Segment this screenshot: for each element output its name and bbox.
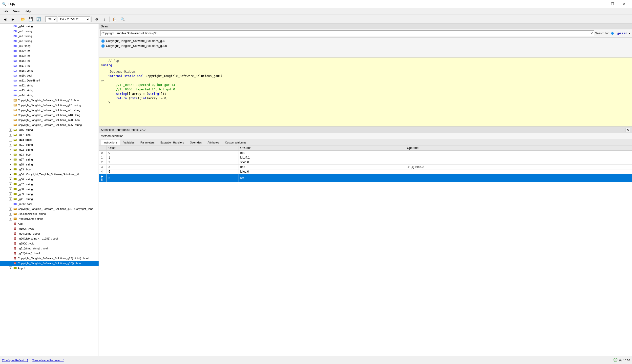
tree-item[interactable]: _m9 : long — [0, 44, 99, 48]
back-button[interactable]: ◀ — [2, 16, 9, 23]
tree-item[interactable]: + AppUI — [0, 266, 99, 271]
refresh-button[interactable]: 🔄 — [35, 16, 42, 23]
table-row[interactable]: 2 2 stloc.0 — [99, 160, 632, 165]
tree-item[interactable]: + _g16 : string — [0, 128, 99, 132]
tree-item[interactable]: _m8 : string — [0, 38, 99, 44]
version-select[interactable]: C# 7.2 / VS 20 C# 6.0 — [58, 16, 90, 22]
reflexil-close-button[interactable]: ✕ — [625, 128, 630, 132]
tree-item[interactable]: Copyright_Tangible_Software_Solutions_g1… — [0, 98, 99, 103]
expand-button[interactable]: + — [9, 192, 12, 196]
search-result-2[interactable]: 🔷 Copyright_Tangible_Software_Solutions_… — [99, 44, 632, 48]
tree-item[interactable]: m Copyright_Tangible_Software_Solutions_… — [0, 256, 99, 261]
minimize-button[interactable]: − — [595, 0, 606, 8]
expand-button[interactable]: + — [9, 163, 12, 166]
tree-item[interactable]: − _g18 : bool — [0, 137, 99, 142]
tree-item[interactable]: _m23 : string — [0, 88, 99, 93]
expand-button[interactable]: + — [9, 182, 12, 186]
table-row[interactable]: 0 0 nop — [99, 151, 632, 155]
tree-item[interactable]: + _g23 : bool — [0, 152, 99, 157]
search-for-dropdown[interactable]: ▼ — [628, 32, 630, 35]
tree-item[interactable]: m _g24(string) : bool — [0, 231, 99, 236]
tree-item-selected[interactable]: m Copyright_Tangible_Software_Solutions_… — [0, 261, 99, 266]
tab-overrides[interactable]: Overrides — [187, 140, 205, 145]
tree-item[interactable]: _m21 : DateTime? — [0, 78, 99, 83]
tab-exception-handlers[interactable]: Exception Handlers — [158, 140, 187, 145]
tree-item[interactable]: + _g34 : Copyright_Tangible_Software_Sol… — [0, 172, 99, 177]
search-button[interactable]: 🔍 — [119, 16, 126, 23]
save-button[interactable]: 💾 — [28, 16, 34, 23]
tree-item[interactable]: + _g36 : string — [0, 177, 99, 182]
search-result-1[interactable]: 🔷 Copyright_Tangible_Software_Solutions_… — [99, 38, 632, 44]
tree-item[interactable]: + ExecutablePath : string — [0, 212, 99, 216]
expand-button[interactable]: + — [9, 128, 12, 132]
tree-item[interactable]: _m6 : string — [0, 29, 99, 34]
using-expand[interactable]: ⊞ — [101, 63, 103, 68]
tree-item[interactable]: + _g27 : string — [0, 157, 99, 162]
language-select[interactable]: C# IL — [46, 16, 57, 22]
close-button[interactable]: ✕ — [619, 0, 630, 8]
tree-item[interactable]: m _g26(List<string>, _g1281) : bool — [0, 236, 99, 241]
tree-item[interactable]: + _g41 : string — [0, 196, 99, 202]
menu-file[interactable]: File — [1, 9, 11, 14]
expand-button[interactable]: + — [9, 133, 12, 136]
expand-button[interactable]: + — [9, 153, 12, 156]
menu-help[interactable]: Help — [22, 9, 33, 14]
tree-item[interactable]: + _g22 : string — [0, 147, 99, 152]
tree-item[interactable]: _m13 : int — [0, 53, 99, 58]
tab-custom-attributes[interactable]: Custom attributes — [222, 140, 249, 145]
expand-button[interactable]: + — [9, 207, 12, 211]
table-row[interactable]: 1 1 ldc.i4.1 — [99, 155, 632, 160]
tab-instructions[interactable]: Instructions — [101, 140, 120, 145]
tree-item[interactable]: Copyright_Tangible_Software_Solutions_m1… — [0, 112, 99, 118]
table-row[interactable]: 4 5 ldloc.0 — [99, 170, 632, 174]
expand-button[interactable]: + — [9, 148, 12, 152]
tree-item[interactable]: _m26 : bool — [0, 202, 99, 206]
view-button[interactable]: 📋 — [111, 16, 118, 23]
tree-item[interactable]: Copyright_Tangible_Software_Solutions_m2… — [0, 122, 99, 128]
tab-variables[interactable]: Variables — [121, 140, 137, 145]
tree-item[interactable]: + Copyright_Tangible_Software_Solutions_… — [0, 206, 99, 212]
tree-item[interactable]: + _g37 : string — [0, 182, 99, 187]
restore-button[interactable]: ❐ — [607, 0, 618, 8]
search-clear-button[interactable]: ✕ — [590, 31, 593, 35]
tree-item[interactable]: + _g39 : string — [0, 192, 99, 196]
sort-button[interactable]: ↕ — [101, 16, 108, 23]
tree-item[interactable]: + _g38 : string — [0, 187, 99, 192]
expand-button[interactable]: + — [9, 188, 12, 191]
tree-item[interactable]: _m24 : string — [0, 93, 99, 98]
tree-item[interactable]: _g14 : string — [0, 24, 99, 29]
expand-button[interactable]: + — [9, 197, 12, 201]
configure-reflexil-link[interactable]: [Configure Reflexil ...] — [2, 359, 28, 362]
expand-button[interactable]: + — [9, 143, 12, 146]
tree-item[interactable]: _m7 : string — [0, 34, 99, 38]
tree-item[interactable]: + ProductName : string — [0, 216, 99, 221]
strong-name-remover-link[interactable]: [Strong Name Remover ...] — [32, 359, 64, 362]
tab-attributes[interactable]: Attributes — [205, 140, 222, 145]
tree-item[interactable]: m _g190() : void — [0, 226, 99, 231]
expand-button[interactable]: + — [9, 266, 12, 270]
table-row-selected[interactable]: ▶ 5 6 ret — [99, 174, 632, 182]
tree-item[interactable]: + _g33 : bool — [0, 167, 99, 172]
tree-item[interactable]: _m18 : string — [0, 68, 99, 73]
tree-item[interactable]: _m22 : string — [0, 83, 99, 88]
tree-item[interactable]: + _g17 : bool — [0, 132, 99, 137]
expand-button[interactable]: − — [9, 138, 12, 142]
menu-view[interactable]: View — [11, 9, 22, 14]
tree-item[interactable]: m _g32(string) : bool — [0, 251, 99, 256]
expand-button[interactable]: + — [9, 172, 12, 176]
expand-button[interactable]: + — [9, 168, 12, 171]
expand-button[interactable]: + — [9, 158, 12, 161]
tree-item[interactable]: Copyright_Tangible_Software_Solutions_g2… — [0, 103, 99, 108]
open-button[interactable]: 📂 — [20, 16, 27, 23]
tree-item[interactable]: + _g28 : string — [0, 162, 99, 167]
tree-item[interactable]: + _g21 : string — [0, 142, 99, 147]
tree-item[interactable]: m App() — [0, 221, 99, 226]
search-input[interactable] — [100, 30, 594, 36]
tree-item[interactable]: Copyright_Tangible_Software_Solutions_m2… — [0, 118, 99, 122]
tree-item[interactable]: m _g31(string, string) : void — [0, 246, 99, 251]
forward-button[interactable]: ▶ — [10, 16, 16, 23]
tree-item[interactable]: Copyright_Tangible_Software_Solutions_m5… — [0, 108, 99, 112]
expand-button[interactable]: + — [9, 217, 12, 220]
settings-button[interactable]: ⚙ — [93, 16, 100, 23]
tree-item[interactable]: _m17 : int — [0, 63, 99, 68]
